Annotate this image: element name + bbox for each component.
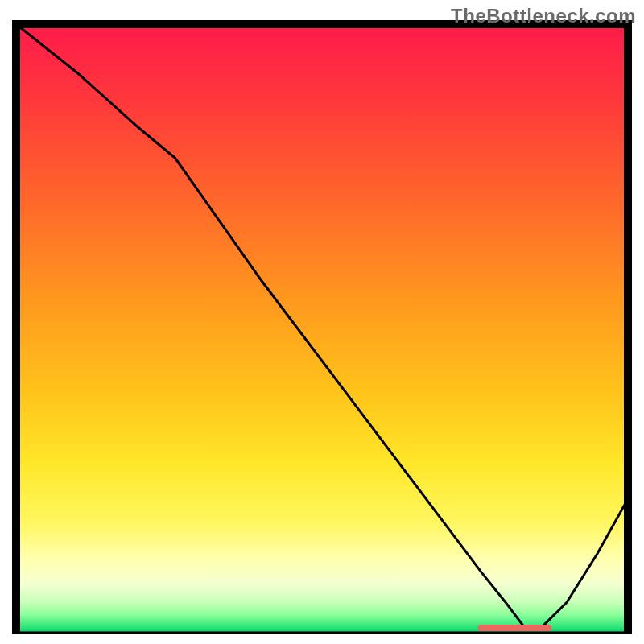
chart-container: TheBottleneck.com [0,0,644,644]
bottleneck-chart [0,0,644,644]
gradient-background [16,24,628,633]
watermark-text: TheBottleneck.com [451,5,636,27]
